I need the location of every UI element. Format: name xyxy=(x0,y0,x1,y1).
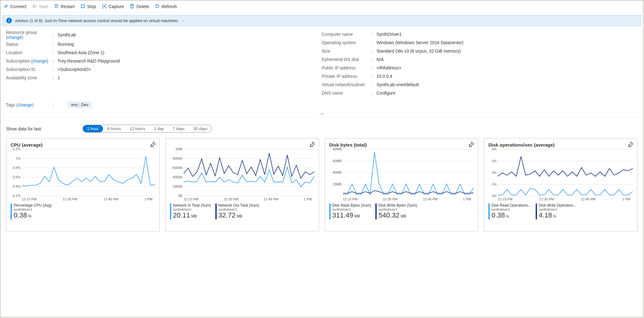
pin-icon[interactable] xyxy=(150,142,156,148)
disk-read-val: 311.49 xyxy=(332,211,353,219)
time-pill-30days[interactable]: 30 days xyxy=(189,125,212,132)
location-label: Location xyxy=(6,50,53,55)
size-value: Standard D8s v3 (8 vcpus, 32 GiB memory) xyxy=(377,49,461,54)
net-in-title: Network In Total (Sum) xyxy=(173,203,211,208)
disk-title: Disk bytes (total) xyxy=(329,142,474,147)
sub-change-link[interactable]: change xyxy=(33,58,47,63)
pin-icon[interactable] xyxy=(628,142,633,148)
net-out-sub: synthdriver1 xyxy=(219,208,259,211)
advisor-bar[interactable]: i Advisor (1 of 9): Just-In-Time network… xyxy=(2,15,641,26)
net-in-sub: synthdriver1 xyxy=(173,208,211,211)
net-xlabels: 12:15 PM12:30 PM12:45 PM1 PM xyxy=(184,197,314,201)
stop-label: Stop xyxy=(87,4,96,9)
disk-write-val: 540.32 xyxy=(378,211,399,219)
disk-read-title: Disk Read Bytes (Sum) xyxy=(332,203,371,208)
ops-read-unit: /s xyxy=(506,214,509,218)
pin-icon[interactable] xyxy=(309,142,315,148)
eph-label: Ephemeral OS disk xyxy=(322,57,372,62)
time-pill-6hours[interactable]: 6 hours xyxy=(103,125,125,132)
cpu-metric-unit: % xyxy=(28,214,31,218)
connect-label: Connect xyxy=(10,4,26,9)
vnet-value[interactable]: SynthLab-vnet/default xyxy=(377,82,419,87)
disk-write-sub: synthdriver1 xyxy=(378,208,417,211)
cpu-metric-title: Percentage CPU (Avg) xyxy=(14,203,52,208)
rg-value[interactable]: SynthLab xyxy=(58,32,76,37)
cpu-title: CPU (average) xyxy=(11,142,155,147)
chart-cards: CPU (average) 0.2%0.4%0.6%0.8%1%1.2% 12:… xyxy=(0,138,643,231)
ops-write-val: 4.18 xyxy=(539,211,552,219)
net-out-title: Network Out Total (Sum) xyxy=(219,203,259,208)
net-in-unit: MB xyxy=(191,214,197,218)
subid-value: <SubscriptionID> xyxy=(58,67,91,72)
delete-button[interactable]: Delete xyxy=(129,4,149,10)
az-value: 1 xyxy=(58,75,60,80)
arrow-right-icon: → xyxy=(181,18,185,23)
time-pill-1day[interactable]: 1 day xyxy=(150,125,168,132)
net-out-unit: MB xyxy=(237,214,242,218)
stop-button[interactable]: Stop xyxy=(80,4,96,10)
rg-change-link[interactable]: change xyxy=(7,35,22,40)
pip-value[interactable]: <IPAddress> xyxy=(377,65,402,70)
location-value: Southeast Asia (Zone 1) xyxy=(58,50,104,55)
sub-value[interactable]: Trey Research R&D Playground xyxy=(58,58,120,63)
ops-chart[interactable]: 0/s2/s4/s6/s8/s xyxy=(498,149,633,196)
info-icon: i xyxy=(6,18,12,23)
start-label: Start xyxy=(39,4,48,9)
time-pill-7days[interactable]: 7 days xyxy=(168,125,189,132)
collapse-chevron[interactable]: ︽ xyxy=(0,110,643,116)
tags-label: Tags xyxy=(6,102,15,107)
disk-read-metric: Disk Read Bytes (Sum) synthdriver1 311.4… xyxy=(329,203,371,219)
status-label: Status xyxy=(6,42,53,47)
pin-icon[interactable] xyxy=(468,142,474,148)
tag-pill[interactable]: env : Dev xyxy=(68,101,92,108)
start-button[interactable]: Start xyxy=(32,4,48,10)
capture-button[interactable]: Capture xyxy=(102,4,124,10)
cpu-chart[interactable]: 0.2%0.4%0.6%0.8%1%1.2% xyxy=(22,149,155,196)
cpu-xlabels: 12:15 PM12:30 PM12:45 PM1 PM xyxy=(22,197,155,201)
trash-icon xyxy=(129,4,134,10)
disk-read-sub: synthdriver1 xyxy=(332,208,371,211)
capture-label: Capture xyxy=(109,4,124,9)
capture-icon xyxy=(102,4,107,10)
time-pill-1hour[interactable]: 1 hour xyxy=(83,125,103,132)
os-label: Operating system xyxy=(322,40,372,45)
computer-label: Computer name xyxy=(322,32,372,37)
dns-value[interactable]: Configure xyxy=(377,91,396,96)
ops-write-sub: synthdriver1 xyxy=(539,208,576,211)
svg-rect-0 xyxy=(81,5,84,8)
cpu-metric-sub: synthdriver1 xyxy=(14,208,52,211)
vnet-label: Virtual network/subnet xyxy=(322,82,372,87)
ops-read-sub: synthdriver1 xyxy=(491,208,531,211)
size-label: Size xyxy=(322,49,372,54)
ops-xlabels: 12:15 PM12:30 PM12:45 PM1 PM xyxy=(498,197,633,201)
network-card: 0B200kB400kB600kB800kB1MB 12:15 PM12:30 … xyxy=(165,138,319,231)
disk-write-metric: Disk Write Bytes (Sum) synthdriver1 540.… xyxy=(375,203,417,219)
computer-value: SynthDriver1 xyxy=(377,32,402,37)
filter-label: Show data for last: xyxy=(6,126,42,131)
rg-label: Resource group xyxy=(6,30,37,35)
ops-card: Disk operations/sec (average) 0/s2/s4/s6… xyxy=(484,138,637,231)
disk-write-unit: MB xyxy=(401,214,406,218)
restart-button[interactable]: Restart xyxy=(54,4,75,10)
toolbar: Connect Start Restart Stop Capture Delet… xyxy=(0,0,643,13)
time-pill-12hours[interactable]: 12 hours xyxy=(125,125,150,132)
time-filter: Show data for last: 1 hour6 hours12 hour… xyxy=(0,118,643,138)
properties-right: Computer name:SynthDriver1 Operating sys… xyxy=(322,30,638,97)
disk-card: Disk bytes (total) 20MB40MB60MB80MB 12:1… xyxy=(325,138,478,231)
restart-icon xyxy=(54,4,59,10)
ops-write-title: Disk Write Operation... xyxy=(539,203,576,208)
ops-read-metric: Disk Read Operations... synthdriver1 0.3… xyxy=(488,203,531,219)
refresh-button[interactable]: Refresh xyxy=(155,4,177,10)
tags-change-link[interactable]: change xyxy=(18,102,32,107)
connect-button[interactable]: Connect xyxy=(3,4,26,10)
dns-label: DNS name xyxy=(322,91,372,96)
stop-icon xyxy=(80,4,85,10)
disk-read-unit: MB xyxy=(354,214,360,218)
net-chart[interactable]: 0B200kB400kB600kB800kB1MB xyxy=(184,149,314,196)
prip-label: Private IP address xyxy=(322,74,372,79)
net-title xyxy=(170,142,314,147)
disk-write-title: Disk Write Bytes (Sum) xyxy=(378,203,417,208)
ops-read-title: Disk Read Operations... xyxy=(491,203,531,208)
refresh-icon xyxy=(155,4,160,10)
disk-chart[interactable]: 20MB40MB60MB80MB xyxy=(343,149,474,196)
